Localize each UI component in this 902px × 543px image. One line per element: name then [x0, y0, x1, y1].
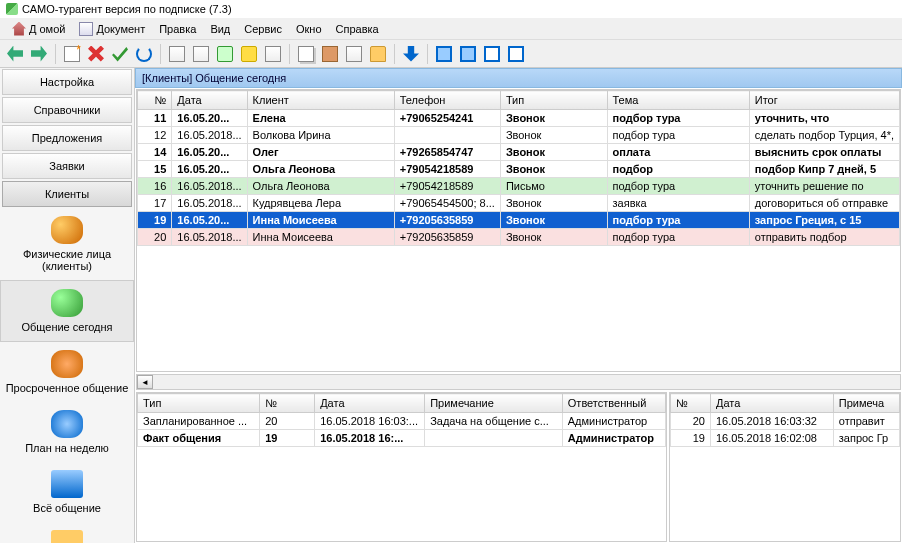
down-button[interactable]: [400, 43, 422, 65]
separator: [394, 44, 395, 64]
content: [Клиенты] Общение сегодня №ДатаКлиентТел…: [135, 68, 902, 543]
col-header[interactable]: Тема: [607, 91, 749, 110]
doc2-button[interactable]: [190, 43, 212, 65]
folder-icon: [370, 46, 386, 62]
table-row[interactable]: 1916.05.2018 16:02:08запрос Гр: [671, 430, 900, 447]
sidebar-item-extra[interactable]: [0, 522, 134, 543]
main-grid[interactable]: №ДатаКлиентТелефонТипТемаИтог 1116.05.20…: [136, 89, 901, 372]
document-icon: [79, 22, 93, 36]
window-icon: [508, 46, 524, 62]
copy-button[interactable]: [295, 43, 317, 65]
down-icon: [403, 46, 419, 62]
table-row[interactable]: Запланированное ...2016.05.2018 16:03:..…: [138, 413, 666, 430]
table-row[interactable]: 1116.05.20...Елена+79065254241Звонокподб…: [138, 110, 900, 127]
col-header[interactable]: Дата: [711, 394, 834, 413]
building-icon: [51, 470, 83, 498]
check-icon: [112, 46, 128, 62]
table-row[interactable]: 1916.05.20...Инна Моисеева+79205635859Зв…: [138, 212, 900, 229]
col-header[interactable]: Дата: [172, 91, 247, 110]
col-header[interactable]: Тип: [500, 91, 607, 110]
table-row[interactable]: 2016.05.2018...Инна Моисеева+79205635859…: [138, 229, 900, 246]
sidebar-item-today[interactable]: Общение сегодня: [0, 280, 134, 342]
menu-document[interactable]: Документ: [73, 20, 151, 38]
separator: [55, 44, 56, 64]
col-header[interactable]: Примеча: [833, 394, 899, 413]
sidebar-item-allcomm[interactable]: Всё общение: [0, 462, 134, 522]
refresh-icon: [136, 46, 152, 62]
table-row[interactable]: 1616.05.2018...Ольга Леонова+79054218589…: [138, 178, 900, 195]
overdue-icon: [51, 350, 83, 378]
plan-icon: [51, 410, 83, 438]
app-icon: [6, 3, 18, 15]
menu-view[interactable]: Вид: [204, 21, 236, 37]
arrow-right-icon: [31, 46, 47, 62]
money-button[interactable]: [214, 43, 236, 65]
doc-icon: [169, 46, 185, 62]
win4-button[interactable]: [505, 43, 527, 65]
sidebar-btn-clients[interactable]: Клиенты: [2, 181, 132, 207]
doc3-button[interactable]: [262, 43, 284, 65]
win2-button[interactable]: [457, 43, 479, 65]
note-button[interactable]: [238, 43, 260, 65]
col-header[interactable]: Итог: [749, 91, 899, 110]
h-scrollbar[interactable]: ◄: [136, 374, 901, 390]
menu-service[interactable]: Сервис: [238, 21, 288, 37]
doc1-button[interactable]: [166, 43, 188, 65]
menu-home[interactable]: Домой: [6, 20, 71, 38]
scroll-left-button[interactable]: ◄: [137, 375, 153, 389]
paste-button[interactable]: [319, 43, 341, 65]
title-bar: САМО-турагент версия по подписке (7.3): [0, 0, 902, 18]
home-icon: [12, 22, 26, 36]
detail-grid-left[interactable]: Тип№ДатаПримечаниеОтветственный Запланир…: [136, 392, 667, 542]
sidebar-item-individuals[interactable]: Физические лица (клиенты): [0, 208, 134, 280]
delete-button[interactable]: [85, 43, 107, 65]
col-header[interactable]: Телефон: [394, 91, 500, 110]
col-header[interactable]: №: [138, 91, 172, 110]
sidebar-item-overdue[interactable]: Просроченное общение: [0, 342, 134, 402]
sidebar-btn-settings[interactable]: Настройка: [2, 69, 132, 95]
apply-button[interactable]: [109, 43, 131, 65]
detail-grid-right[interactable]: №ДатаПримеча 2016.05.2018 16:03:32отправ…: [669, 392, 901, 542]
chat-icon: [51, 289, 83, 317]
col-header[interactable]: №: [260, 394, 315, 413]
folder-icon: [51, 530, 83, 543]
col-header[interactable]: №: [671, 394, 711, 413]
doc4-button[interactable]: [343, 43, 365, 65]
table-row[interactable]: 1416.05.20...Олег+79265854747Звонокоплат…: [138, 144, 900, 161]
separator: [427, 44, 428, 64]
col-header[interactable]: Ответственный: [562, 394, 665, 413]
separator: [160, 44, 161, 64]
table-row[interactable]: Факт общения1916.05.2018 16:...Администр…: [138, 430, 666, 447]
toolbar: [0, 40, 902, 68]
folder-button[interactable]: [367, 43, 389, 65]
table-row[interactable]: 2016.05.2018 16:03:32отправит: [671, 413, 900, 430]
menu-help[interactable]: Справка: [330, 21, 385, 37]
win3-button[interactable]: [481, 43, 503, 65]
new-button[interactable]: [61, 43, 83, 65]
col-header[interactable]: Примечание: [425, 394, 563, 413]
col-header[interactable]: Клиент: [247, 91, 394, 110]
content-title: [Клиенты] Общение сегодня: [135, 68, 902, 88]
window-icon: [460, 46, 476, 62]
doc-icon: [265, 46, 281, 62]
menu-edit[interactable]: Правка: [153, 21, 202, 37]
app-title: САМО-турагент версия по подписке (7.3): [22, 3, 232, 15]
window-icon: [436, 46, 452, 62]
win1-button[interactable]: [433, 43, 455, 65]
nav-back-button[interactable]: [4, 43, 26, 65]
col-header[interactable]: Тип: [138, 394, 260, 413]
sidebar-btn-offers[interactable]: Предложения: [2, 125, 132, 151]
table-row[interactable]: 1216.05.2018...Волкова ИринаЗвонокподбор…: [138, 127, 900, 144]
table-row[interactable]: 1516.05.20...Ольга Леонова+79054218589Зв…: [138, 161, 900, 178]
refresh-button[interactable]: [133, 43, 155, 65]
nav-fwd-button[interactable]: [28, 43, 50, 65]
table-row[interactable]: 1716.05.2018...Кудрявцева Лера+790654545…: [138, 195, 900, 212]
sidebar-btn-orders[interactable]: Заявки: [2, 153, 132, 179]
paste-icon: [322, 46, 338, 62]
sidebar-item-weekplan[interactable]: План на неделю: [0, 402, 134, 462]
menu-window[interactable]: Окно: [290, 21, 328, 37]
sidebar-btn-refs[interactable]: Справочники: [2, 97, 132, 123]
delete-icon: [88, 46, 104, 62]
col-header[interactable]: Дата: [315, 394, 425, 413]
main-area: Настройка Справочники Предложения Заявки…: [0, 68, 902, 543]
